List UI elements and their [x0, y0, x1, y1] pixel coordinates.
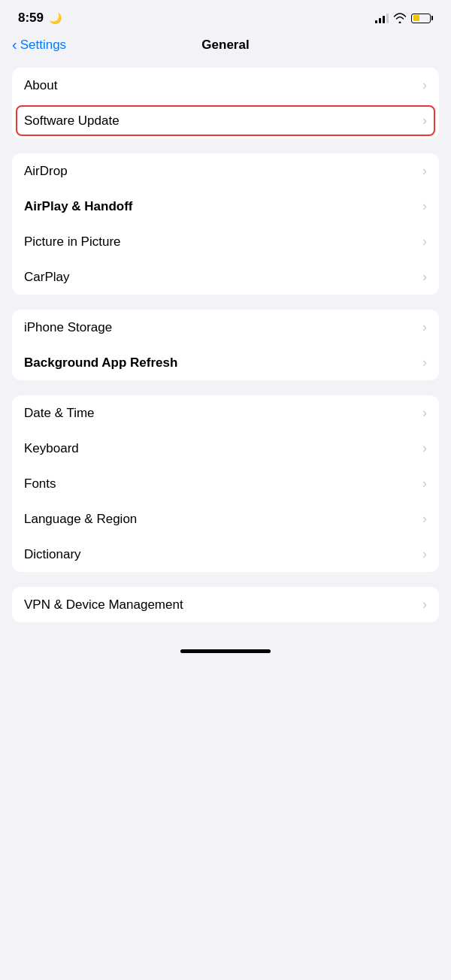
- row-airdrop[interactable]: AirDrop›: [12, 153, 439, 189]
- label-picture-in-picture: Picture in Picture: [24, 234, 121, 250]
- status-bar: 8:59 🌙: [0, 0, 451, 32]
- label-carplay: CarPlay: [24, 270, 69, 285]
- chevron-icon-background-app-refresh: ›: [422, 355, 427, 371]
- chevron-icon-language-region: ›: [422, 511, 427, 527]
- row-carplay[interactable]: CarPlay›: [12, 259, 439, 295]
- row-iphone-storage[interactable]: iPhone Storage›: [12, 310, 439, 345]
- label-date-time: Date & Time: [24, 406, 95, 421]
- label-language-region: Language & Region: [24, 512, 137, 527]
- status-icons: [375, 13, 433, 23]
- row-dictionary[interactable]: Dictionary›: [12, 537, 439, 572]
- section-section-storage: iPhone Storage›Background App Refresh›: [12, 310, 439, 380]
- label-fonts: Fonts: [24, 476, 56, 492]
- back-chevron-icon: ‹: [12, 36, 17, 53]
- row-airplay-handoff[interactable]: AirPlay & Handoff›: [12, 189, 439, 224]
- row-fonts[interactable]: Fonts›: [12, 466, 439, 501]
- section-section-locale: Date & Time›Keyboard›Fonts›Language & Re…: [12, 395, 439, 572]
- back-label: Settings: [20, 38, 66, 53]
- label-background-app-refresh: Background App Refresh: [24, 355, 177, 371]
- chevron-icon-carplay: ›: [422, 269, 427, 285]
- page-title: General: [201, 38, 249, 53]
- label-about: About: [24, 78, 57, 93]
- row-language-region[interactable]: Language & Region›: [12, 501, 439, 537]
- nav-bar: ‹ Settings General: [0, 32, 451, 62]
- wifi-icon: [393, 13, 407, 23]
- chevron-icon-vpn-device-management: ›: [422, 597, 427, 612]
- row-software-update[interactable]: Software Update›: [12, 103, 439, 138]
- row-background-app-refresh[interactable]: Background App Refresh›: [12, 345, 439, 380]
- label-vpn-device-management: VPN & Device Management: [24, 597, 183, 612]
- label-keyboard: Keyboard: [24, 441, 79, 456]
- section-section-vpn: VPN & Device Management›: [12, 587, 439, 622]
- settings-sections: About›Software Update›AirDrop›AirPlay & …: [0, 62, 451, 637]
- row-keyboard[interactable]: Keyboard›: [12, 431, 439, 466]
- chevron-icon-airplay-handoff: ›: [422, 198, 427, 214]
- chevron-icon-fonts: ›: [422, 476, 427, 492]
- section-section-connectivity: AirDrop›AirPlay & Handoff›Picture in Pic…: [12, 153, 439, 295]
- label-software-update: Software Update: [24, 113, 120, 129]
- row-about[interactable]: About›: [12, 68, 439, 103]
- row-date-time[interactable]: Date & Time›: [12, 395, 439, 431]
- label-iphone-storage: iPhone Storage: [24, 320, 112, 335]
- status-time: 8:59 🌙: [18, 11, 62, 26]
- chevron-icon-airdrop: ›: [422, 163, 427, 179]
- moon-icon: 🌙: [49, 12, 62, 24]
- section-section-about: About›Software Update›: [12, 68, 439, 138]
- signal-icon: [375, 13, 389, 23]
- back-button[interactable]: ‹ Settings: [12, 37, 66, 53]
- label-airdrop: AirDrop: [24, 164, 68, 179]
- chevron-icon-date-time: ›: [422, 405, 427, 421]
- chevron-icon-about: ›: [422, 77, 427, 93]
- home-bar: [180, 649, 271, 653]
- chevron-icon-keyboard: ›: [422, 440, 427, 456]
- chevron-icon-picture-in-picture: ›: [422, 234, 427, 250]
- chevron-icon-iphone-storage: ›: [422, 319, 427, 335]
- battery-icon: [411, 14, 433, 23]
- chevron-icon-software-update: ›: [422, 113, 427, 129]
- label-airplay-handoff: AirPlay & Handoff: [24, 199, 133, 214]
- home-indicator: [0, 637, 451, 659]
- chevron-icon-dictionary: ›: [422, 546, 427, 562]
- time-text: 8:59: [18, 11, 44, 25]
- row-vpn-device-management[interactable]: VPN & Device Management›: [12, 587, 439, 622]
- row-picture-in-picture[interactable]: Picture in Picture›: [12, 224, 439, 259]
- label-dictionary: Dictionary: [24, 547, 81, 562]
